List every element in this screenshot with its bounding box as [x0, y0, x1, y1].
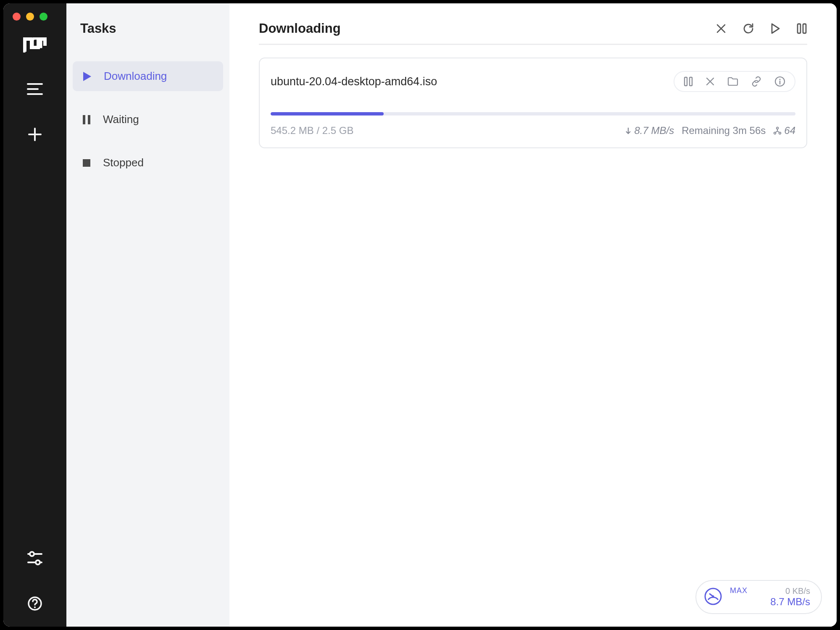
close-icon	[706, 77, 715, 86]
tasks-nav-button[interactable]	[24, 79, 45, 100]
svg-rect-20	[690, 77, 692, 86]
task-open-folder-button[interactable]	[727, 77, 738, 86]
svg-point-35	[712, 595, 714, 597]
add-task-button[interactable]	[24, 124, 45, 145]
task-card[interactable]: ubuntu-20.04-desktop-amd64.iso	[259, 58, 807, 148]
tasks-sidebar-title: Tasks	[80, 21, 223, 36]
plus-icon	[28, 127, 42, 142]
task-filename: ubuntu-20.04-desktop-amd64.iso	[271, 75, 674, 88]
svg-rect-18	[803, 24, 806, 33]
task-size-progress: 545.2 MB / 2.5 GB	[271, 125, 617, 136]
app-window: Tasks Downloading Waiting Stopped Downlo…	[3, 3, 837, 627]
task-remaining-time: Remaining 3m 56s	[682, 125, 766, 136]
sidebar-item-stopped[interactable]: Stopped	[73, 148, 223, 178]
upload-speed: 0 KB/s	[785, 586, 810, 596]
network-icon	[773, 126, 782, 135]
speed-status-pill[interactable]: MAX 0 KB/s 8.7 MB/s	[695, 580, 822, 614]
svg-line-32	[777, 131, 779, 133]
sidebar-item-label: Stopped	[103, 156, 144, 169]
svg-point-7	[30, 552, 34, 556]
refresh-button[interactable]	[743, 23, 754, 34]
header-divider	[259, 44, 807, 45]
close-window-button[interactable]	[13, 13, 21, 21]
pause-outline-icon	[796, 23, 807, 34]
svg-rect-17	[798, 24, 801, 33]
main-content: Downloading	[229, 3, 837, 627]
task-download-speed: 8.7 MB/s	[625, 125, 674, 136]
window-controls	[13, 13, 47, 21]
sidebar-item-label: Waiting	[103, 113, 139, 126]
play-outline-icon	[770, 23, 780, 34]
sidebar-item-label: Downloading	[104, 70, 167, 83]
svg-rect-13	[88, 115, 90, 124]
link-icon	[751, 76, 762, 87]
svg-rect-14	[83, 159, 90, 167]
help-button[interactable]	[24, 593, 45, 614]
svg-point-27	[777, 127, 779, 129]
pause-icon	[684, 76, 693, 87]
minimize-window-button[interactable]	[26, 13, 34, 21]
sliders-icon	[27, 551, 43, 565]
header-actions	[716, 23, 807, 34]
download-speed: 8.7 MB/s	[770, 596, 810, 608]
svg-point-11	[34, 606, 36, 608]
preferences-button[interactable]	[24, 548, 45, 569]
help-icon	[27, 596, 42, 611]
svg-point-9	[36, 560, 40, 564]
pause-icon	[82, 114, 91, 125]
progress-bar	[271, 112, 795, 116]
page-title: Downloading	[259, 21, 716, 36]
maximize-window-button[interactable]	[39, 13, 47, 21]
tasks-sidebar: Tasks Downloading Waiting Stopped	[66, 3, 229, 627]
main-header: Downloading	[259, 21, 807, 36]
gauge-icon	[704, 587, 722, 607]
svg-rect-12	[83, 115, 85, 124]
task-copy-link-button[interactable]	[751, 76, 762, 87]
refresh-icon	[743, 23, 754, 34]
delete-all-button[interactable]	[716, 23, 727, 34]
play-icon	[82, 71, 92, 82]
task-peer-count: 64	[773, 125, 795, 136]
task-pause-button[interactable]	[684, 76, 693, 87]
folder-icon	[727, 77, 738, 86]
sidebar-item-downloading[interactable]: Downloading	[73, 61, 223, 91]
app-logo	[23, 37, 47, 54]
svg-line-31	[775, 131, 777, 133]
task-delete-button[interactable]	[706, 77, 715, 86]
info-icon	[774, 76, 785, 87]
resume-all-button[interactable]	[770, 23, 780, 34]
svg-rect-19	[685, 77, 687, 86]
svg-point-24	[779, 79, 780, 80]
sidebar-item-waiting[interactable]: Waiting	[73, 105, 223, 134]
arrow-down-icon	[625, 127, 632, 134]
progress-fill	[271, 112, 384, 116]
speed-max-label: MAX	[730, 586, 748, 596]
pause-all-button[interactable]	[796, 23, 807, 34]
menu-icon	[27, 83, 43, 95]
nav-rail	[3, 3, 66, 627]
task-actions-pill	[674, 71, 795, 92]
close-icon	[716, 23, 727, 34]
task-info-button[interactable]	[774, 76, 785, 87]
stop-icon	[82, 158, 91, 168]
